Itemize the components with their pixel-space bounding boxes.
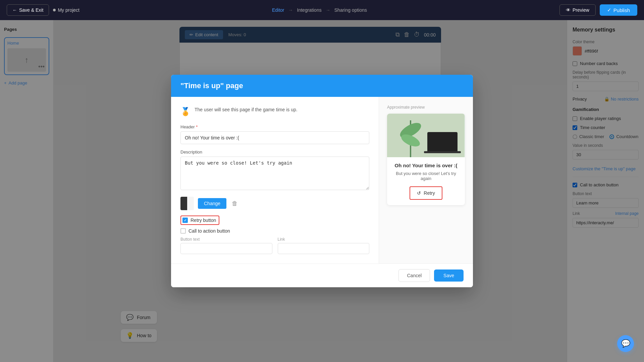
info-text: The user will see this page if the game … — [195, 106, 298, 113]
eye-icon: 👁 — [566, 7, 571, 13]
change-image-button[interactable]: Change — [198, 198, 226, 209]
cancel-button[interactable]: Cancel — [398, 269, 430, 282]
img-light-half — [187, 197, 194, 210]
retry-icon: ↺ — [417, 190, 421, 196]
modal-left-panel: 🏅 The user will see this page if the gam… — [171, 97, 379, 263]
nav-step-integrations[interactable]: Integrations — [297, 7, 322, 13]
preview-button[interactable]: 👁 Preview — [559, 4, 596, 16]
save-exit-button[interactable]: ← Save & Exit — [7, 4, 49, 16]
button-text-sub-label: Button text — [180, 237, 272, 242]
image-preview — [180, 197, 194, 210]
preview-image-area — [387, 114, 465, 157]
publish-button[interactable]: ✓ Publish — [600, 4, 637, 16]
checkmark-icon: ✓ — [607, 7, 611, 13]
header-input[interactable] — [180, 131, 369, 144]
nav-step-editor[interactable]: Editor — [272, 7, 284, 13]
delete-image-button[interactable]: 🗑 — [230, 199, 239, 208]
image-row: Change 🗑 — [180, 197, 369, 210]
save-button[interactable]: Save — [434, 269, 464, 282]
time-is-up-modal: "Time is up" page 🏅 The user will see th… — [171, 75, 473, 287]
preview-label: Approximate preview — [387, 105, 465, 110]
description-textarea[interactable]: But you were so close! Let's try again — [180, 157, 369, 190]
preview-illustration — [387, 114, 464, 157]
info-row: 🏅 The user will see this page if the gam… — [180, 106, 369, 116]
header-field-label: Header * — [180, 124, 369, 129]
required-star: * — [196, 124, 198, 129]
arrow-left-icon: ← — [12, 7, 17, 13]
retry-button-row: ✓ Retry button — [180, 216, 369, 225]
button-text-sub-input[interactable] — [180, 243, 272, 254]
svg-rect-1 — [427, 132, 458, 152]
topnav: ← Save & Exit My project Editor → Integr… — [0, 0, 644, 20]
cta-button-checkbox[interactable] — [180, 228, 186, 234]
preview-title: Oh no! Your time is over :( — [392, 163, 460, 168]
link-field: Link — [278, 237, 370, 254]
preview-content: Oh no! Your time is over :( But you were… — [387, 157, 465, 205]
chat-icon: 💬 — [621, 339, 630, 348]
preview-description: But you were so close! Let's try again — [392, 171, 460, 181]
description-field-label: Description — [180, 149, 369, 155]
cta-button-label: Call to action button — [189, 228, 230, 234]
link-sub-label: Link — [278, 237, 370, 242]
nav-arrow-2: → — [326, 7, 330, 13]
modal-body: 🏅 The user will see this page if the gam… — [171, 97, 473, 263]
modal-footer: Cancel Save — [171, 263, 473, 287]
modal-overlay[interactable]: "Time is up" page 🏅 The user will see th… — [0, 0, 644, 362]
nav-step-sharing[interactable]: Sharing options — [334, 7, 367, 13]
svg-rect-2 — [424, 151, 461, 153]
modal-right-panel: Approximate preview — [379, 97, 473, 263]
preview-card: Oh no! Your time is over :( But you were… — [387, 114, 465, 205]
cta-button-row: Call to action button — [180, 228, 369, 234]
retry-button-label: Retry button — [191, 218, 216, 223]
nav-arrow-1: → — [288, 7, 293, 13]
check-icon: ✓ — [184, 219, 186, 222]
modal-header: "Time is up" page — [171, 75, 473, 97]
chat-button[interactable]: 💬 — [617, 335, 634, 352]
link-sub-input[interactable] — [278, 243, 370, 254]
retry-button-highlighted: ✓ Retry button — [180, 216, 219, 225]
modal-title: "Time is up" page — [180, 81, 464, 90]
info-emoji-icon: 🏅 — [180, 107, 191, 116]
cta-fields-row: Button text Link — [180, 237, 369, 254]
button-text-field: Button text — [180, 237, 272, 254]
dot-icon — [53, 9, 56, 11]
project-name: My project — [53, 7, 79, 13]
retry-checkbox[interactable]: ✓ — [182, 218, 188, 223]
img-dark-half — [180, 197, 187, 210]
preview-retry-button[interactable]: ↺ Retry — [410, 186, 442, 200]
